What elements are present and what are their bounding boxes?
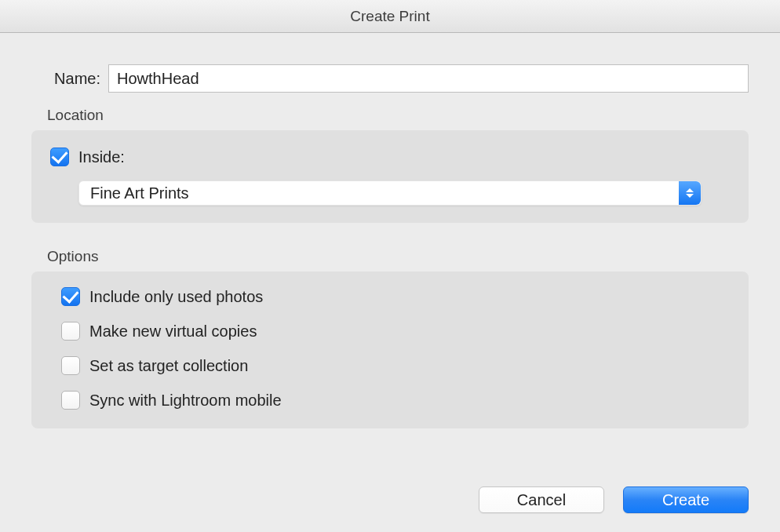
option-label: Include only used photos [89, 288, 263, 306]
option-row-virtual-copies: Make new virtual copies [61, 322, 730, 341]
location-group: Location Inside: Fine Art Prints [31, 107, 749, 223]
option-checkbox-target-collection[interactable] [61, 356, 80, 375]
chevron-up-icon [686, 188, 694, 192]
option-checkbox-virtual-copies[interactable] [61, 322, 80, 341]
option-row-target-collection: Set as target collection [61, 356, 730, 375]
options-group: Options Include only used photos Make ne… [31, 248, 749, 428]
cancel-button-label: Cancel [517, 491, 566, 509]
dialog-body: Name: Location Inside: Fine Art Prints [0, 33, 780, 532]
options-group-box: Include only used photos Make new virtua… [31, 271, 749, 428]
cancel-button[interactable]: Cancel [479, 486, 604, 513]
chevron-down-icon [686, 194, 694, 198]
dialog-title: Create Print [350, 8, 429, 25]
inside-collection-value: Fine Art Prints [79, 184, 679, 202]
option-row-sync-mobile: Sync with Lightroom mobile [61, 391, 730, 410]
dialog-titlebar: Create Print [0, 0, 780, 33]
select-stepper-icon [679, 181, 701, 205]
options-group-title: Options [47, 248, 749, 265]
name-label: Name: [31, 70, 100, 88]
option-checkbox-include-used[interactable] [61, 287, 80, 306]
option-label: Make new virtual copies [89, 322, 257, 341]
option-row-include-used: Include only used photos [61, 287, 730, 306]
name-row: Name: [31, 64, 749, 93]
location-group-title: Location [47, 107, 749, 124]
inside-row: Inside: [50, 148, 730, 166]
name-input[interactable] [108, 64, 749, 93]
create-button[interactable]: Create [623, 486, 749, 513]
option-checkbox-sync-mobile[interactable] [61, 391, 80, 410]
dialog-footer: Cancel Create [479, 486, 749, 513]
inside-collection-select[interactable]: Fine Art Prints [78, 180, 702, 206]
inside-label: Inside: [78, 148, 125, 166]
location-group-box: Inside: Fine Art Prints [31, 130, 749, 223]
create-button-label: Create [662, 491, 709, 509]
option-label: Sync with Lightroom mobile [89, 392, 282, 410]
option-label: Set as target collection [89, 357, 248, 375]
inside-checkbox[interactable] [50, 148, 69, 166]
inside-select-row: Fine Art Prints [78, 180, 730, 206]
